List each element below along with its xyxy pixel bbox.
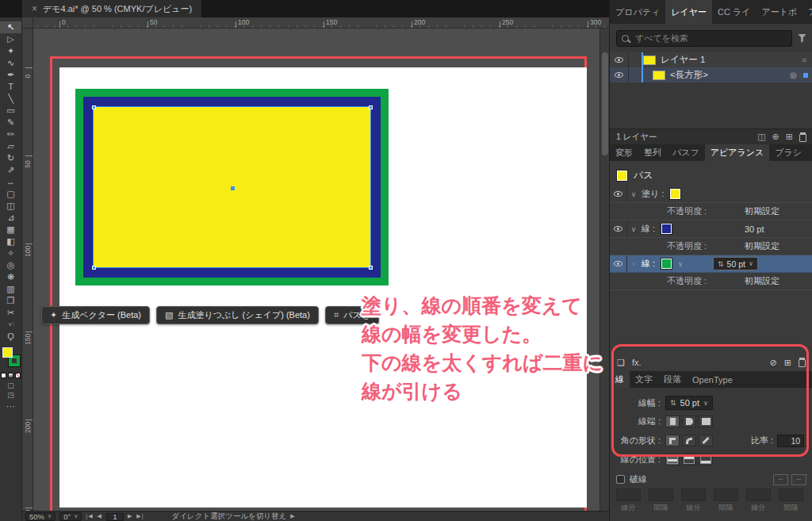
artboard-number-input[interactable] (106, 513, 124, 521)
appearance-row-opacity[interactable]: 不透明度 : 初期設定 (610, 238, 812, 255)
selection-handle[interactable] (92, 266, 96, 270)
appearance-row-opacity[interactable]: 不透明度 : 初期設定 (610, 203, 812, 220)
toolbar-tool-icon[interactable]: ▱ (0, 140, 21, 152)
shape-center-point[interactable] (231, 186, 235, 190)
layer-name[interactable]: レイヤー 1 (661, 54, 705, 66)
toolbar-tool-icon[interactable]: ✒ (0, 69, 21, 81)
toolbar-tool-icon[interactable]: ✎ (0, 117, 21, 128)
eye-icon[interactable] (615, 72, 623, 78)
selection-handle[interactable] (369, 105, 373, 109)
tab-opentype[interactable]: OpenType (687, 371, 738, 388)
chevron-down-icon[interactable]: ∨ (674, 260, 687, 268)
make-mask-icon[interactable]: ◫ (757, 132, 765, 142)
toolbar-tool-icon[interactable]: ↖ (0, 21, 21, 33)
tab-cc-libraries[interactable]: CC ライ (712, 0, 756, 24)
ruler-origin[interactable] (22, 17, 33, 29)
status-expand-icon[interactable]: ▶ (290, 513, 295, 519)
toolbar-tool-icon[interactable]: ❋ (0, 271, 21, 283)
appearance-row-fill[interactable]: ∨ 塗り : (610, 186, 812, 203)
selection-handle[interactable] (92, 105, 96, 109)
rotation-dropdown[interactable]: 0° ∨ (59, 512, 82, 521)
cap-projecting-button[interactable] (699, 416, 713, 427)
last-page-button[interactable]: ▶| (136, 513, 144, 519)
tab-assets[interactable]: アセット (802, 0, 812, 24)
corner-bevel-button[interactable] (699, 435, 713, 446)
toolbar-tool-icon[interactable]: ◧ (0, 236, 21, 247)
toolbar-tool-icon[interactable]: ↻ (0, 152, 21, 164)
target-selected-icon[interactable]: ◎ (790, 71, 797, 79)
layer-name[interactable]: <長方形> (670, 69, 708, 81)
first-page-button[interactable]: |◀ (86, 513, 93, 519)
eye-icon[interactable] (614, 191, 622, 197)
chevron-down-icon[interactable]: ∨ (627, 190, 640, 198)
tab-character[interactable]: 文字 (630, 371, 658, 388)
opacity-value[interactable]: 初期設定 (745, 240, 779, 252)
dash-value-input[interactable] (714, 488, 738, 501)
appearance-row-opacity[interactable]: 不透明度 : 初期設定 (610, 273, 812, 290)
filter-icon[interactable] (798, 34, 806, 43)
toolbar-tool-icon[interactable]: ⊿ (0, 212, 21, 224)
opacity-value[interactable]: 初期設定 (745, 205, 779, 217)
toolbar-tool-icon[interactable]: ╲ (0, 93, 21, 105)
search-field[interactable] (616, 30, 792, 47)
delete-item-icon[interactable] (799, 359, 806, 367)
horizontal-ruler[interactable]: 050100150200250300 (33, 17, 609, 29)
stroke-width-control[interactable]: ⇅ 50 pt ∨ (713, 257, 758, 270)
cap-butt-button[interactable] (665, 416, 680, 427)
none-button[interactable] (15, 373, 21, 378)
tab-brushes[interactable]: ブラシ (769, 144, 807, 161)
fill-color-swatch[interactable] (670, 189, 680, 199)
toolbar-tool-icon[interactable]: ▦ (0, 224, 21, 236)
pasteboard[interactable]: ✦ 生成ベクター (Beta) ▧ 生成塗りつぶし (シェイプ) (Beta) … (33, 29, 609, 511)
align-inside-button[interactable] (682, 454, 696, 465)
next-page-button[interactable]: ▶ (128, 513, 132, 519)
target-circle-icon[interactable]: ○ (802, 56, 806, 64)
tab-artboards[interactable]: アートボ (756, 0, 803, 24)
new-layer-icon[interactable]: ⊞ (786, 132, 793, 142)
chevron-down-icon[interactable]: ∨ (703, 400, 708, 407)
clear-appearance-icon[interactable]: ⊘ (770, 358, 777, 368)
tab-symbols[interactable]: シンボ (807, 144, 812, 161)
toolbar-tool-icon[interactable]: ▥ (0, 283, 21, 295)
stroke-width-value[interactable]: 30 pt (745, 224, 764, 234)
tab-paragraph[interactable]: 段落 (658, 371, 687, 388)
dash-align-icon[interactable]: ╌ (791, 474, 806, 485)
eye-icon[interactable] (614, 226, 622, 232)
scrollbar-thumb[interactable] (602, 52, 608, 155)
search-input[interactable] (634, 33, 787, 44)
toolbar-tool-icon[interactable]: ◎ (0, 259, 21, 271)
toolbar-tool-icon[interactable]: ✏ (0, 128, 21, 140)
new-art-icon[interactable]: ❏ (617, 358, 625, 368)
layer-row[interactable]: レイヤー 1 ○ (610, 52, 812, 67)
dash-value-input[interactable] (681, 488, 706, 501)
toolbar-tool-icon[interactable]: T (0, 81, 21, 93)
delete-layer-icon[interactable] (799, 134, 806, 142)
layer-row[interactable]: <長方形> ◎ (610, 67, 812, 82)
toolbar-tool-icon[interactable]: Ϙ (0, 331, 21, 343)
document-tab[interactable]: × デモ4.ai* @ 50 % (CMYK/プレビュー) (22, 0, 202, 17)
color-button[interactable] (1, 373, 6, 378)
chevron-down-icon[interactable]: ∨ (749, 260, 753, 267)
fill-swatch[interactable] (2, 347, 13, 358)
layer-thumbnail[interactable] (643, 56, 656, 65)
dash-value-input[interactable] (616, 488, 641, 501)
dash-value-input[interactable] (649, 488, 673, 501)
close-icon[interactable]: × (32, 3, 37, 14)
toolbar-tool-icon[interactable]: ☜ (0, 319, 21, 331)
toolbar-tool-icon[interactable]: ▢ (0, 188, 21, 200)
ratio-input[interactable] (777, 435, 804, 447)
chevron-right-icon[interactable]: › (627, 260, 640, 268)
tab-appearance[interactable]: アピアランス (705, 144, 770, 161)
chevron-down-icon[interactable]: ∨ (627, 225, 640, 233)
dash-value-input[interactable] (746, 488, 771, 501)
stroke-width-control[interactable]: ⇅ 50 pt ∨ (665, 396, 713, 410)
selection-handle[interactable] (369, 266, 373, 270)
appearance-row-stroke-50[interactable]: › 線 : ∨ ⇅ 50 pt ∨ (610, 255, 812, 273)
dash-preserve-icon[interactable]: ╌ (773, 474, 788, 485)
toolbar-more-icon[interactable]: ⋯ (0, 401, 21, 412)
toolbar-tool-icon[interactable]: ❒ (0, 295, 21, 307)
generative-fill-button[interactable]: ▧ 生成塗りつぶし (シェイプ) (Beta) (156, 306, 319, 324)
toolbar-tool-icon[interactable]: ▷ (0, 33, 21, 45)
new-sublayer-icon[interactable]: ⊕ (772, 132, 779, 142)
toolbar-tool-icon[interactable]: ▭ (0, 105, 21, 117)
